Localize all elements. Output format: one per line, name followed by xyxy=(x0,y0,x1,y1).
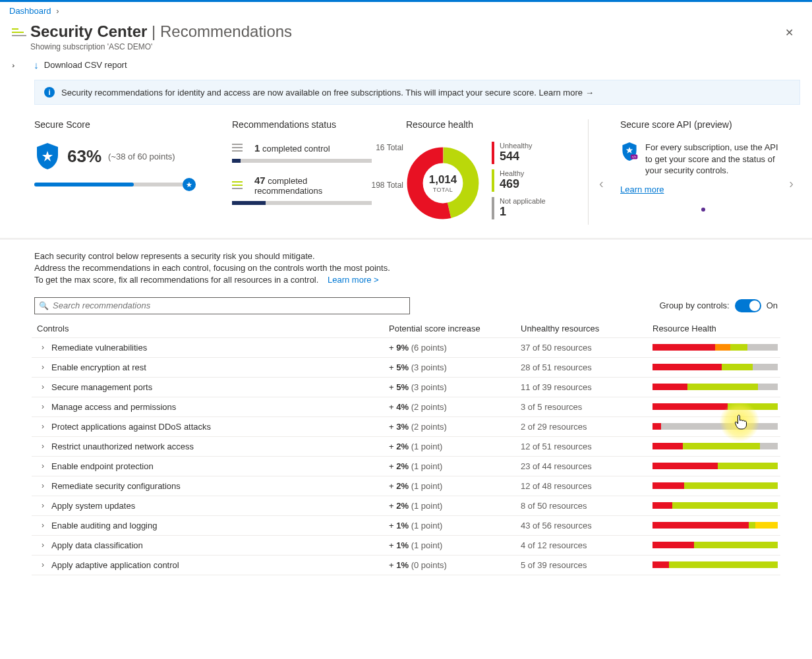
checklist-icon xyxy=(232,142,249,154)
control-name: Restrict unauthorized network access xyxy=(51,442,389,451)
chevron-right-icon[interactable]: › xyxy=(34,442,51,451)
learn-more-link[interactable]: Learn more > xyxy=(328,275,379,285)
unhealthy-count: 544 xyxy=(500,150,533,163)
close-icon[interactable]: ✕ xyxy=(778,22,800,43)
group-toggle[interactable] xyxy=(735,299,761,312)
chevron-right-icon[interactable]: › xyxy=(34,501,51,510)
table-row[interactable]: ›Apply adaptive application control+ 1% … xyxy=(32,556,780,575)
resource-health-title: Resource health xyxy=(406,119,588,130)
table-row[interactable]: ›Restrict unauthorized network access+ 2… xyxy=(32,437,780,457)
unhealthy-resources: 4 of 12 resources xyxy=(521,540,652,550)
search-icon: 🔍 xyxy=(39,301,49,310)
chevron-right-icon[interactable]: › xyxy=(34,521,51,530)
api-learn-more-link[interactable]: Learn more xyxy=(620,185,664,194)
control-name: Remediate vulnerabilities xyxy=(51,343,389,353)
potential-score-increase: + 3% (2 points) xyxy=(389,422,521,432)
na-count: 1 xyxy=(500,205,546,219)
resource-health-bar xyxy=(652,443,778,449)
search-input-wrapper[interactable]: 🔍 xyxy=(34,297,410,314)
recs-total: 198 Total xyxy=(372,181,404,190)
resource-health-bar xyxy=(652,542,778,548)
unhealthy-resources: 43 of 56 resources xyxy=(521,521,652,530)
table-row[interactable]: ›Apply system updates+ 2% (1 point)8 of … xyxy=(32,496,780,516)
col-psi[interactable]: Potential score increase xyxy=(389,324,521,333)
control-name: Enable endpoint protection xyxy=(51,461,389,471)
table-row[interactable]: ›Enable auditing and logging+ 1% (1 poin… xyxy=(32,516,780,536)
col-controls[interactable]: Controls xyxy=(34,324,389,333)
chevron-right-icon[interactable]: › xyxy=(34,540,51,550)
download-icon: ↓ xyxy=(34,59,39,71)
table-row[interactable]: ›Enable encryption at rest+ 5% (3 points… xyxy=(32,358,780,378)
search-input[interactable] xyxy=(53,301,405,310)
control-name: Apply adaptive application control xyxy=(51,560,389,570)
table-row[interactable]: ›Enable endpoint protection+ 2% (1 point… xyxy=(32,457,780,476)
breadcrumb-dashboard[interactable]: Dashboard xyxy=(9,6,51,16)
page-subtitle: Showing subscription 'ASC DEMO' xyxy=(30,42,292,51)
unhealthy-resources: 37 of 50 resources xyxy=(521,343,652,353)
resource-health-bar xyxy=(652,384,778,390)
table-row[interactable]: ›Manage access and permissions+ 4% (2 po… xyxy=(32,397,780,417)
arrow-right-icon[interactable]: → xyxy=(585,88,594,98)
carousel-next-icon[interactable]: › xyxy=(789,176,794,191)
secure-score-title: Secure Score xyxy=(34,119,232,130)
table-row[interactable]: ›Remediate security configurations+ 2% (… xyxy=(32,476,780,496)
potential-score-increase: + 2% (1 point) xyxy=(389,442,521,451)
description-block: Each security control below represents a… xyxy=(0,240,812,295)
group-toggle-state: On xyxy=(767,301,778,310)
recs-progress-bar xyxy=(232,201,372,205)
table-row[interactable]: ›Protect applications against DDoS attac… xyxy=(32,417,780,437)
secure-score-pct: 63% xyxy=(67,146,102,167)
resource-health-bar xyxy=(652,463,778,469)
healthy-count: 469 xyxy=(500,177,524,191)
completed-controls-count: 1 xyxy=(254,142,260,154)
potential-score-increase: + 2% (1 point) xyxy=(389,501,521,511)
controls-progress-bar xyxy=(232,159,372,163)
resource-health-donut: 1,014 TOTAL xyxy=(406,146,480,220)
resource-health-bar xyxy=(652,482,778,489)
health-total-label: TOTAL xyxy=(433,186,453,193)
control-name: Protect applications against DDoS attack… xyxy=(51,422,389,432)
potential-score-increase: + 2% (1 point) xyxy=(389,461,521,471)
chevron-right-icon[interactable]: › xyxy=(34,560,51,569)
group-by-label: Group by controls: xyxy=(659,301,729,310)
col-unhealthy[interactable]: Unhealthy resources xyxy=(521,324,652,333)
unhealthy-resources: 12 of 51 resources xyxy=(521,442,652,451)
col-health[interactable]: Resource Health xyxy=(652,324,778,333)
health-legend: Unhealthy544 Healthy469 Not applicable1 xyxy=(492,142,546,225)
chevron-right-icon[interactable]: › xyxy=(34,461,51,471)
download-csv-button[interactable]: Download CSV report xyxy=(44,60,127,70)
control-name: Apply system updates xyxy=(51,501,389,511)
table-row[interactable]: ›Remediate vulnerabilities+ 9% (6 points… xyxy=(32,338,780,358)
star-marker-icon: ★ xyxy=(183,178,196,191)
chevron-right-icon[interactable]: › xyxy=(34,481,51,490)
potential-score-increase: + 5% (3 points) xyxy=(389,362,521,372)
chevron-right-icon[interactable]: › xyxy=(34,382,51,391)
carousel-prev-icon[interactable]: ‹ xyxy=(599,176,604,191)
unhealthy-resources: 12 of 48 resources xyxy=(521,481,652,491)
shield-icon xyxy=(34,142,61,171)
chevron-right-icon[interactable]: › xyxy=(34,362,51,372)
chevron-right-icon[interactable]: › xyxy=(34,402,51,411)
secure-score-points: (~38 of 60 points) xyxy=(108,152,175,161)
potential-score-increase: + 1% (1 point) xyxy=(389,540,521,550)
control-name: Secure management ports xyxy=(51,382,389,392)
api-title: Secure score API (preview) xyxy=(620,119,786,130)
info-icon: i xyxy=(44,87,55,98)
chevron-right-icon: › xyxy=(56,6,59,16)
unhealthy-resources: 28 of 51 resources xyxy=(521,362,652,372)
table-row[interactable]: ›Apply data classification+ 1% (1 point)… xyxy=(32,536,780,556)
table-header: Controls Potential score increase Unheal… xyxy=(32,320,780,338)
unhealthy-resources: 5 of 39 resources xyxy=(521,560,652,570)
table-row[interactable]: ›Secure management ports+ 5% (3 points)1… xyxy=(32,378,780,397)
expand-chevrons-icon[interactable]: ›› xyxy=(12,61,13,69)
potential-score-increase: + 2% (1 point) xyxy=(389,481,521,491)
unhealthy-resources: 2 of 29 resources xyxy=(521,422,652,432)
checklist-icon xyxy=(232,179,249,191)
control-name: Remediate security configurations xyxy=(51,481,389,491)
completed-controls-label: completed control xyxy=(262,144,330,154)
control-name: Apply data classification xyxy=(51,540,389,550)
chevron-right-icon[interactable]: › xyxy=(34,343,51,352)
unhealthy-resources: 23 of 44 resources xyxy=(521,461,652,471)
chevron-right-icon[interactable]: › xyxy=(34,422,51,431)
control-name: Enable auditing and logging xyxy=(51,521,389,530)
